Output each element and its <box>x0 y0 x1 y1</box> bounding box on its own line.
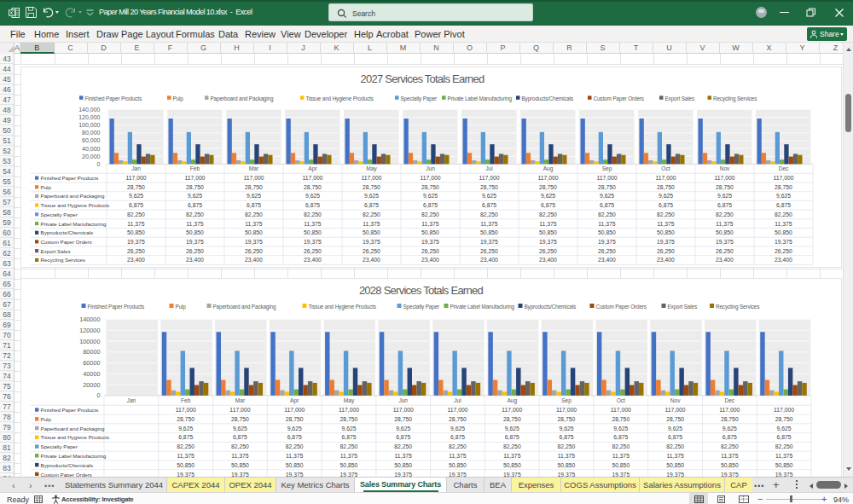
svg-text:60,000: 60,000 <box>82 137 101 143</box>
svg-text:117,000: 117,000 <box>447 407 467 413</box>
svg-text:28,750: 28,750 <box>775 416 793 422</box>
svg-text:9,625: 9,625 <box>659 193 673 199</box>
svg-text:Custom Paper Orders: Custom Paper Orders <box>594 96 644 102</box>
svg-text:50,850: 50,850 <box>394 462 412 468</box>
svg-text:26,250: 26,250 <box>421 248 439 254</box>
svg-text:9,625: 9,625 <box>505 426 519 432</box>
svg-text:Specialty Paper: Specialty Paper <box>41 211 78 217</box>
svg-text:19,375: 19,375 <box>127 239 145 245</box>
svg-text:117,000: 117,000 <box>773 175 793 181</box>
svg-text:28,750: 28,750 <box>666 416 684 422</box>
svg-text:117,000: 117,000 <box>719 407 740 413</box>
svg-text:Private Label Manufacturing: Private Label Manufacturing <box>448 96 513 102</box>
svg-text:82,250: 82,250 <box>245 211 263 217</box>
svg-text:19,375: 19,375 <box>775 239 792 245</box>
svg-text:117,000: 117,000 <box>125 175 146 181</box>
svg-text:Specialty Paper: Specialty Paper <box>41 443 78 449</box>
svg-text:0: 0 <box>97 161 101 167</box>
svg-text:117,000: 117,000 <box>655 175 676 181</box>
svg-text:Pulp: Pulp <box>173 96 184 102</box>
svg-text:19,375: 19,375 <box>539 239 557 245</box>
svg-text:11,375: 11,375 <box>231 453 249 459</box>
svg-text:82,250: 82,250 <box>177 443 194 449</box>
svg-text:6,875: 6,875 <box>233 434 247 440</box>
svg-text:6,875: 6,875 <box>129 202 143 208</box>
svg-text:May: May <box>344 397 355 404</box>
svg-text:50,850: 50,850 <box>598 229 616 235</box>
svg-text:11,375: 11,375 <box>657 221 675 227</box>
svg-text:9,625: 9,625 <box>613 426 628 432</box>
svg-text:9,625: 9,625 <box>247 193 261 199</box>
svg-text:11,375: 11,375 <box>245 221 263 227</box>
svg-text:117,000: 117,000 <box>420 175 440 181</box>
svg-text:23,400: 23,400 <box>127 257 145 263</box>
svg-text:26,250: 26,250 <box>363 248 380 254</box>
svg-text:117,000: 117,000 <box>556 407 577 413</box>
svg-text:23,400: 23,400 <box>480 257 498 263</box>
svg-text:82,250: 82,250 <box>503 443 521 449</box>
svg-text:50,850: 50,850 <box>558 462 576 468</box>
svg-text:Recycling Services: Recycling Services <box>713 96 757 102</box>
svg-text:Mar: Mar <box>235 397 246 403</box>
svg-text:80,000: 80,000 <box>82 130 101 136</box>
svg-text:9,625: 9,625 <box>450 426 465 432</box>
svg-text:117,000: 117,000 <box>537 175 558 181</box>
svg-text:140,000: 140,000 <box>78 107 100 113</box>
svg-text:82,250: 82,250 <box>394 443 412 449</box>
svg-text:117,000: 117,000 <box>243 175 264 181</box>
svg-text:2028 Services Totals Earned: 2028 Services Totals Earned <box>359 284 484 297</box>
svg-text:9,625: 9,625 <box>178 426 193 432</box>
svg-text:6,875: 6,875 <box>541 202 555 208</box>
svg-text:117,000: 117,000 <box>665 407 686 413</box>
svg-text:Jan: Jan <box>131 165 141 171</box>
svg-text:117,000: 117,000 <box>284 407 305 413</box>
svg-text:Sep: Sep <box>561 397 572 404</box>
svg-text:117,000: 117,000 <box>714 175 734 181</box>
svg-text:6,875: 6,875 <box>423 202 438 208</box>
svg-text:6,875: 6,875 <box>559 434 573 440</box>
svg-text:26,250: 26,250 <box>657 248 675 254</box>
svg-text:26,250: 26,250 <box>598 248 616 254</box>
svg-text:28,750: 28,750 <box>177 416 194 422</box>
svg-text:50,850: 50,850 <box>363 229 380 235</box>
svg-text:26,250: 26,250 <box>539 248 557 254</box>
svg-text:Nov: Nov <box>720 165 730 171</box>
svg-text:6,875: 6,875 <box>247 202 261 208</box>
svg-text:Private Label Manufacturing: Private Label Manufacturing <box>450 304 515 310</box>
svg-text:82,250: 82,250 <box>449 443 467 449</box>
svg-text:100,000: 100,000 <box>78 122 100 128</box>
svg-text:Finished Paper Products: Finished Paper Products <box>41 175 99 181</box>
svg-text:Paperboard and Packaging: Paperboard and Packaging <box>41 193 106 199</box>
svg-text:19,375: 19,375 <box>480 239 498 245</box>
svg-text:23,400: 23,400 <box>775 257 792 263</box>
svg-text:28,750: 28,750 <box>503 416 521 422</box>
svg-text:82,250: 82,250 <box>666 443 684 449</box>
svg-text:Pulp: Pulp <box>41 416 52 422</box>
svg-text:50,850: 50,850 <box>177 462 194 468</box>
svg-text:28,750: 28,750 <box>245 184 263 190</box>
svg-text:28,750: 28,750 <box>480 184 498 190</box>
svg-text:50,850: 50,850 <box>716 229 734 235</box>
svg-text:50,850: 50,850 <box>480 229 498 235</box>
svg-text:117,000: 117,000 <box>229 407 250 413</box>
svg-text:Tissue and Hygiene Products: Tissue and Hygiene Products <box>41 434 110 440</box>
svg-text:9,625: 9,625 <box>668 426 682 432</box>
svg-text:50,850: 50,850 <box>503 462 521 468</box>
svg-text:20,000: 20,000 <box>82 154 101 159</box>
svg-text:28,750: 28,750 <box>363 184 380 190</box>
svg-text:9,625: 9,625 <box>364 193 379 199</box>
svg-text:Custom Paper Orders: Custom Paper Orders <box>41 239 92 245</box>
svg-text:28,750: 28,750 <box>558 416 576 422</box>
svg-text:11,375: 11,375 <box>177 453 195 459</box>
svg-text:28,750: 28,750 <box>286 416 304 422</box>
svg-text:Apr: Apr <box>290 397 299 404</box>
svg-text:Jun: Jun <box>398 397 408 403</box>
svg-text:2027 Services Totals Earned: 2027 Services Totals Earned <box>361 72 485 85</box>
svg-text:Export Sales: Export Sales <box>665 96 694 102</box>
svg-text:Jul: Jul <box>454 397 461 403</box>
svg-text:11,375: 11,375 <box>421 221 439 227</box>
svg-text:23,400: 23,400 <box>245 257 263 263</box>
svg-text:9,625: 9,625 <box>396 426 410 432</box>
svg-text:Tissue and Hygiene Products: Tissue and Hygiene Products <box>41 202 110 208</box>
svg-text:6,875: 6,875 <box>178 434 193 440</box>
